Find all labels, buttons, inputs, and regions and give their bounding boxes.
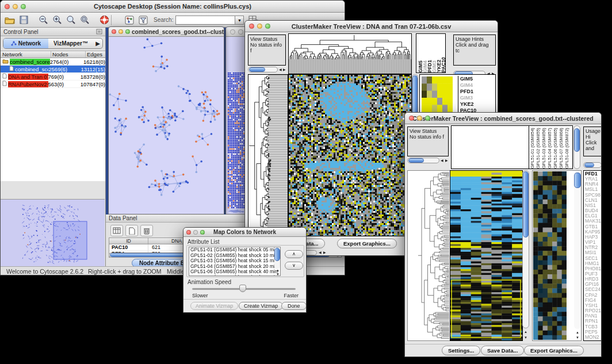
window-controls[interactable] xyxy=(5,4,26,9)
main-window-title: Cytoscape Desktop (Session Name: collins… xyxy=(1,3,345,10)
zoom-icon xyxy=(200,230,205,235)
network-row-combined-scores[interactable]: combined_scores2764(0)16218(0) xyxy=(1,58,105,66)
slower-label: Slower xyxy=(192,293,208,298)
zoom-icon xyxy=(125,29,130,34)
column-label: GPL51-07 (GSM868) xyxy=(559,126,564,168)
treeview2-window: ClusterMaker TreeView : combined_scores_… xyxy=(404,112,602,357)
tv2-hints-hscrollbar[interactable] xyxy=(583,162,602,168)
attribute-list-item[interactable]: GPL51-07 (GSM868) heat shock 60 min xyxy=(190,275,280,276)
scroll-right-icon[interactable]: ▶ xyxy=(283,67,286,72)
zoom-fit-icon[interactable] xyxy=(64,14,78,26)
column-label: GPL51-08 (GSM872) xyxy=(564,126,570,168)
minimize-icon xyxy=(13,4,18,9)
network-row-combined-sco[interactable]: combined_sco2569(6)13112(15) xyxy=(1,66,105,73)
tv1-status-hscrollbar[interactable] xyxy=(248,67,278,72)
search-label: Search: xyxy=(154,17,173,23)
attribute-list: GPL51-01 (GSM854) heat shock 05 minGPL51… xyxy=(189,247,281,276)
help-lifering-icon[interactable] xyxy=(97,14,111,26)
main-titlebar[interactable]: Cytoscape Desktop (Session Name: collins… xyxy=(1,1,345,13)
tv2-column-dendrogram[interactable] xyxy=(451,125,529,169)
scroll-left-icon[interactable]: ◀ xyxy=(279,67,282,72)
minimize-icon xyxy=(193,230,198,235)
export-graphics-button[interactable]: Export Graphics... xyxy=(524,346,584,355)
search-dropdown-button[interactable]: ▼ xyxy=(235,16,244,25)
gene-label[interactable]: YKE2 xyxy=(460,101,476,108)
column-label: GPL51-01 (GSM854) xyxy=(530,126,536,168)
tv1-heatmap[interactable] xyxy=(288,74,412,236)
scroll-down-icon[interactable]: ▼ xyxy=(576,335,579,340)
treeview1-titlebar[interactable]: ClusterMaker TreeView : DNA and Tran 07-… xyxy=(245,21,498,32)
edge-count: 16218(0) xyxy=(83,59,105,65)
network-window-title: combined_scores_good.txt--cluste... xyxy=(132,29,224,35)
tv2-heatmap-vscrollbar[interactable] xyxy=(522,170,529,328)
tv2-heatmap[interactable] xyxy=(450,170,523,341)
treeview2-titlebar[interactable]: ClusterMaker TreeView : combined_scores_… xyxy=(405,113,601,124)
scroll-right-icon[interactable]: ▶ xyxy=(445,158,448,163)
close-icon xyxy=(112,29,116,34)
scroll-up-icon[interactable]: ▲ xyxy=(524,329,527,335)
scroll-down-icon[interactable]: ▼ xyxy=(276,271,280,277)
node-count: 2764(0) xyxy=(50,59,83,65)
tab-vizmapper[interactable]: VizMapper™ xyxy=(48,39,93,48)
gene-label[interactable]: GIM5 xyxy=(460,76,476,82)
network-row-rnapubernov2[interactable]: RNAPuberNov2+563(0)107847(0) xyxy=(1,81,105,88)
file-icon xyxy=(2,73,7,80)
gene-label[interactable]: PFD1 xyxy=(460,89,476,95)
network-view-window-1[interactable]: combined_scores_good.txt--cluste... xyxy=(108,26,224,214)
tv1-row-dendrogram[interactable] xyxy=(248,74,288,236)
tv1-column-dendrogram[interactable] xyxy=(288,33,412,74)
close-icon xyxy=(230,29,235,35)
network-row-dna-and-tran-07[interactable]: DNA and Tran 07769(0)183728(0) xyxy=(1,73,105,81)
tab-network[interactable]: Network xyxy=(3,39,48,48)
zoom-out-icon[interactable] xyxy=(36,14,50,26)
annotation-icon[interactable] xyxy=(123,14,136,26)
tv2-zoom-panel: ▲ ▼ xyxy=(532,170,582,341)
gene-label[interactable]: MON2 xyxy=(585,335,602,340)
tv2-zoom-heatmap[interactable] xyxy=(533,171,567,340)
column-label: GPL51-04 (GSM857) xyxy=(547,126,553,168)
open-file-icon[interactable] xyxy=(3,14,17,26)
done-button[interactable]: Done xyxy=(281,302,307,310)
tv2-collabel-vscrollbar[interactable] xyxy=(573,125,580,169)
search-input[interactable] xyxy=(175,16,235,25)
birdseye-view[interactable] xyxy=(1,199,105,266)
filter-icon[interactable] xyxy=(136,14,150,26)
select-attributes-icon[interactable] xyxy=(110,225,123,236)
panel-tabs: Network VizMapper™ ▶ xyxy=(3,38,103,49)
attribute-list-vscrollbar[interactable] xyxy=(274,247,280,269)
create-vizmap-button[interactable]: Create Vizmap xyxy=(239,302,283,310)
network-canvas[interactable] xyxy=(109,37,224,214)
save-icon[interactable] xyxy=(17,14,30,26)
tab-more-button[interactable]: ▶ xyxy=(93,39,102,48)
delete-attribute-icon[interactable] xyxy=(140,225,153,236)
tv2-row-dendrogram[interactable] xyxy=(407,170,451,341)
zoom-in-icon[interactable] xyxy=(50,14,64,26)
tv2-zoom-vscrollbar[interactable] xyxy=(574,171,581,329)
control-panel-title: Control Panel xyxy=(3,29,39,35)
edge-count: 13112(15) xyxy=(81,66,105,72)
column-label: GPL51-03 (GSM856) xyxy=(541,126,547,168)
animate-vizmap-button[interactable]: Animate Vizmap xyxy=(190,302,238,310)
dialog-titlebar[interactable]: Map Colors to Network xyxy=(183,228,306,237)
scroll-down-icon[interactable]: ▼ xyxy=(524,335,527,340)
folder-icon xyxy=(2,59,9,65)
zoom-selected-icon[interactable] xyxy=(78,14,91,26)
save-data-button[interactable]: Save Data... xyxy=(481,346,524,355)
tv2-usage-hints: Usage HiClick and xyxy=(583,127,602,156)
scroll-left-icon[interactable]: ◀ xyxy=(319,250,322,255)
move-down-button[interactable]: ∨ xyxy=(285,262,303,270)
move-up-button[interactable]: ∧ xyxy=(285,250,303,258)
gene-label[interactable]: GIM4 xyxy=(460,82,476,89)
network-window-titlebar[interactable]: combined_scores_good.txt--cluste... xyxy=(109,27,224,37)
faster-label: Faster xyxy=(284,293,299,298)
settings-button[interactable]: Settings... xyxy=(442,346,480,355)
control-panel: Control Panel Network VizMapper™ ▶ Netwo… xyxy=(1,28,106,266)
scroll-left-icon[interactable]: ◀ xyxy=(441,158,443,163)
tv2-status-hscrollbar[interactable] xyxy=(407,158,439,163)
gene-label[interactable]: GIM3 xyxy=(460,95,476,101)
slider-thumb[interactable] xyxy=(239,285,246,292)
float-panel-icon[interactable] xyxy=(96,26,102,37)
export-graphics-button[interactable]: Export Graphics... xyxy=(337,239,397,248)
scroll-right-icon[interactable]: ▶ xyxy=(323,250,326,255)
new-attribute-icon[interactable] xyxy=(125,225,138,236)
